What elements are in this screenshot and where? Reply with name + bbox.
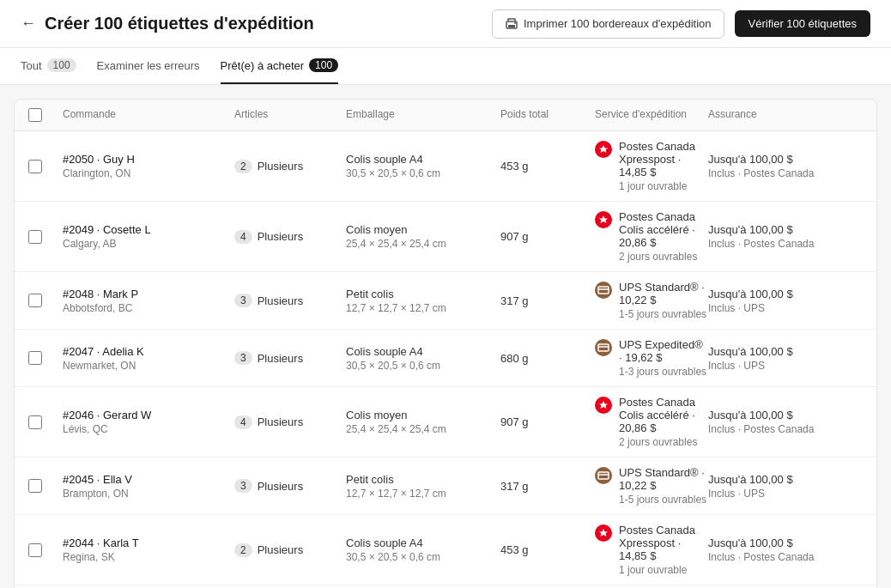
shipping-carrier-icon (595, 339, 612, 356)
order-location: Calgary, AB (63, 238, 234, 250)
weight-cell: 907 g (500, 230, 595, 243)
table-header: Commande Articles Emballage Poids total … (15, 100, 876, 131)
select-all-checkbox[interactable] (28, 108, 42, 122)
order-id: #2046 · Gerard W (63, 409, 234, 421)
article-label: Plusieurs (258, 415, 303, 428)
svg-rect-1 (508, 25, 515, 27)
row-checkbox[interactable] (28, 415, 42, 429)
shipping-time: 1-5 jours ouvrables (619, 494, 708, 506)
article-label: Plusieurs (258, 294, 303, 307)
header-checkbox-cell[interactable] (28, 108, 63, 122)
page-title: Créer 100 étiquettes d'expédition (45, 14, 314, 33)
back-button[interactable]: ← (21, 15, 36, 33)
order-location: Abbotsford, BC (63, 302, 234, 314)
header-service: Service d'expédition (595, 108, 708, 122)
article-count: 4 (234, 230, 252, 244)
insurance-cell: Jusqu'à 100,00 $ Inclus · Postes Canada (708, 153, 863, 179)
row-checkbox-cell[interactable] (28, 351, 63, 365)
row-checkbox[interactable] (28, 160, 42, 173)
package-dims: 12,7 × 12,7 × 12,7 cm (346, 488, 500, 500)
package-info: Petit colis 12,7 × 12,7 × 12,7 cm (346, 288, 500, 314)
article-label: Plusieurs (258, 480, 303, 493)
row-checkbox-cell[interactable] (28, 543, 63, 557)
printer-icon (505, 17, 518, 31)
row-checkbox[interactable] (28, 479, 42, 493)
package-info: Colis souple A4 30,5 × 20,5 × 0,6 cm (346, 536, 500, 563)
header-commande: Commande (63, 108, 234, 122)
row-checkbox[interactable] (28, 294, 42, 307)
tab-errors-label: Examiner les erreurs (97, 59, 200, 72)
package-info: Colis souple A4 30,5 × 20,5 × 0,6 cm (346, 345, 500, 372)
table-row[interactable]: #2049 · Cosette L Calgary, AB 4 Plusieur… (15, 202, 876, 272)
package-name: Petit colis (346, 288, 500, 300)
articles-cell: 3 Plusieurs (234, 351, 346, 365)
insurance-cell: Jusqu'à 100,00 $ Inclus · Postes Canada (708, 223, 863, 250)
package-name: Colis souple A4 (346, 345, 500, 358)
shipping-carrier-icon (595, 524, 612, 542)
insurance-amount: Jusqu'à 100,00 $ (708, 288, 863, 300)
row-checkbox-cell[interactable] (28, 415, 63, 429)
order-location: Newmarket, ON (63, 360, 234, 372)
insurance-cell: Jusqu'à 100,00 $ Inclus · UPS (708, 288, 863, 314)
tab-all-label: Tout (21, 59, 42, 72)
package-dims: 25,4 × 25,4 × 25,4 cm (346, 423, 500, 435)
table-row[interactable]: #2048 · Mark P Abbotsford, BC 3 Plusieur… (15, 272, 876, 330)
table-row[interactable]: #2047 · Adelia K Newmarket, ON 3 Plusieu… (15, 330, 876, 387)
shipping-time: 1-3 jours ouvrables (619, 366, 708, 378)
table-row[interactable]: #2050 · Guy H Clarington, ON 2 Plusieurs… (15, 131, 876, 202)
shipping-name: UPS Standard® · 10,22 $ (619, 466, 708, 492)
shipping-cell: Postes Canada Colis accéléré · 20,86 $ 2… (595, 210, 708, 263)
tab-errors[interactable]: Examiner les erreurs (97, 48, 200, 84)
package-info: Colis moyen 25,4 × 25,4 × 25,4 cm (346, 223, 500, 250)
row-checkbox-cell[interactable] (28, 160, 63, 173)
insurance-cell: Jusqu'à 100,00 $ Inclus · UPS (708, 345, 863, 372)
insurance-detail: Inclus · Postes Canada (708, 238, 863, 250)
article-label: Plusieurs (258, 352, 303, 365)
row-checkbox[interactable] (28, 351, 42, 365)
row-checkbox[interactable] (28, 543, 42, 557)
order-id: #2050 · Guy H (63, 153, 234, 166)
table-row[interactable]: #2044 · Karla T Regina, SK 2 Plusieurs C… (15, 515, 876, 585)
svg-point-2 (514, 22, 516, 24)
article-count: 3 (234, 351, 252, 365)
tab-ready[interactable]: Prêt(e) à acheter 100 (221, 48, 339, 84)
verify-button[interactable]: Vérifier 100 étiquettes (735, 10, 870, 37)
header-articles: Articles (234, 108, 346, 122)
order-info: #2049 · Cosette L Calgary, AB (63, 223, 234, 250)
insurance-amount: Jusqu'à 100,00 $ (708, 409, 863, 421)
insurance-amount: Jusqu'à 100,00 $ (708, 223, 863, 236)
table-row[interactable]: #2045 · Ella V Brampton, ON 3 Plusieurs … (15, 458, 876, 515)
shipping-name: UPS Expedited® · 19,62 $ (619, 338, 708, 364)
shipping-name: Postes Canada Xpresspost · 14,85 $ (619, 140, 708, 179)
shipping-time: 1-5 jours ouvrables (619, 308, 708, 320)
row-checkbox-cell[interactable] (28, 294, 63, 307)
row-checkbox[interactable] (28, 230, 42, 244)
tabs-container: Tout 100 Examiner les erreurs Prêt(e) à … (0, 48, 891, 85)
package-name: Colis moyen (346, 223, 500, 236)
top-bar: ← Créer 100 étiquettes d'expédition Impr… (0, 0, 891, 48)
weight-cell: 453 g (500, 160, 595, 173)
insurance-amount: Jusqu'à 100,00 $ (708, 345, 863, 358)
shipping-name: Postes Canada Colis accéléré · 20,86 $ (619, 210, 708, 249)
tab-ready-badge: 100 (309, 58, 338, 72)
print-button[interactable]: Imprimer 100 bordereaux d'expédition (492, 9, 724, 39)
articles-cell: 4 Plusieurs (234, 230, 346, 244)
package-name: Colis souple A4 (346, 536, 500, 549)
svg-rect-4 (598, 344, 609, 351)
shipping-time: 1 jour ouvrable (619, 564, 708, 576)
articles-cell: 4 Plusieurs (234, 415, 346, 429)
shipping-info: UPS Standard® · 10,22 $ 1-5 jours ouvrab… (619, 466, 708, 506)
row-checkbox-cell[interactable] (28, 230, 63, 244)
row-checkbox-cell[interactable] (28, 479, 63, 493)
top-bar-left: ← Créer 100 étiquettes d'expédition (21, 14, 314, 33)
article-label: Plusieurs (258, 160, 303, 173)
weight-cell: 317 g (500, 294, 595, 307)
shipping-time: 1 jour ouvrable (619, 180, 708, 192)
shipping-cell: UPS Standard® · 10,22 $ 1-5 jours ouvrab… (595, 466, 708, 506)
shipping-carrier-icon (595, 397, 612, 414)
table-row[interactable]: #2046 · Gerard W Lévis, QC 4 Plusieurs C… (15, 387, 876, 458)
order-id: #2049 · Cosette L (63, 223, 234, 236)
insurance-amount: Jusqu'à 100,00 $ (708, 473, 863, 486)
tab-all[interactable]: Tout 100 (21, 48, 76, 84)
package-dims: 30,5 × 20,5 × 0,6 cm (346, 167, 500, 179)
